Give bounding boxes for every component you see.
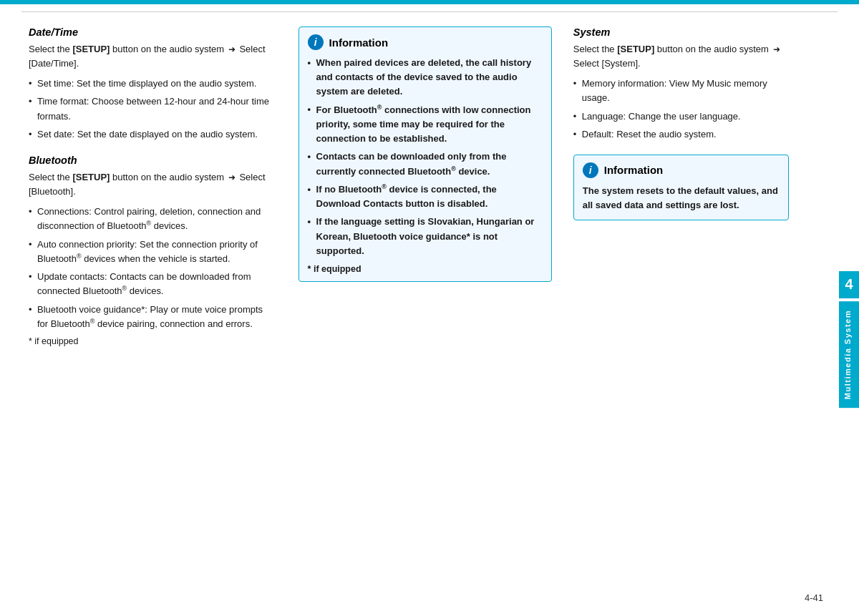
list-item: When paired devices are deleted, the cal… — [308, 56, 543, 99]
sidebar-label: Multimedia System — [839, 301, 859, 408]
bluetooth-intro: Select the [SETUP] button on the audio s… — [29, 170, 273, 199]
list-item: If the language setting is Slovakian, Hu… — [308, 215, 543, 258]
date-time-intro: Select the [SETUP] button on the audio s… — [29, 42, 273, 71]
sidebar-number: 4 — [839, 271, 859, 298]
page-number: 4-41 — [805, 592, 823, 603]
bluetooth-footnote: * if equipped — [29, 336, 273, 346]
list-item: Memory information: View My Music memory… — [573, 77, 789, 105]
list-item: Time format: Choose between 12-hour and … — [29, 94, 273, 123]
date-time-title: Date/Time — [29, 26, 273, 38]
system-title: System — [573, 26, 789, 38]
info-box-title: Information — [329, 36, 389, 49]
top-bar — [0, 0, 859, 4]
list-item: Contacts can be downloaded only from the… — [308, 150, 543, 179]
list-item: Set date: Set the date displayed on the … — [29, 127, 273, 142]
list-item: Bluetooth voice guidance*: Play or mute … — [29, 303, 273, 332]
right-info-text: The system resets to the default values,… — [583, 184, 780, 212]
bluetooth-title: Bluetooth — [29, 155, 273, 166]
list-item: Language: Change the user language. — [573, 109, 789, 124]
info-footnote: * if equipped — [308, 264, 543, 274]
page-content: Date/Time Select the [SETUP] button on t… — [0, 12, 859, 607]
setup-bold: [SETUP] — [72, 44, 110, 54]
bluetooth-section: Bluetooth Select the [SETUP] button on t… — [29, 155, 273, 346]
right-info-icon: i — [583, 162, 598, 178]
info-icon: i — [308, 34, 324, 50]
list-item: Connections: Control pairing, deletion, … — [29, 205, 273, 234]
list-item: If no Bluetooth® device is connected, th… — [308, 182, 543, 212]
list-item: For Bluetooth® connections with low conn… — [308, 102, 543, 146]
left-column: Date/Time Select the [SETUP] button on t… — [29, 26, 288, 600]
mid-info-box: i Information When paired devices are de… — [299, 26, 552, 282]
info-box-header: i Information — [308, 34, 543, 50]
middle-column: i Information When paired devices are de… — [288, 26, 563, 600]
list-item: Set time: Set the time displayed on the … — [29, 77, 273, 91]
list-item: Auto connection priority: Set the connec… — [29, 238, 273, 267]
right-column: System Select the [SETUP] button on the … — [563, 26, 789, 600]
info-bullets: When paired devices are deleted, the cal… — [308, 56, 543, 258]
list-item: Update contacts: Contacts can be downloa… — [29, 270, 273, 299]
right-info-box-title: Information — [604, 164, 664, 176]
bluetooth-bullets: Connections: Control pairing, deletion, … — [29, 205, 273, 331]
list-item: Default: Reset the audio system. — [573, 127, 789, 142]
system-intro: Select the [SETUP] button on the audio s… — [573, 42, 789, 71]
right-info-box: i Information The system resets to the d… — [573, 155, 789, 220]
date-time-section: Date/Time Select the [SETUP] button on t… — [29, 26, 273, 142]
right-info-box-header: i Information — [583, 162, 780, 178]
system-section: System Select the [SETUP] button on the … — [573, 26, 789, 142]
date-time-bullets: Set time: Set the time displayed on the … — [29, 77, 273, 142]
system-bullets: Memory information: View My Music memory… — [573, 77, 789, 142]
